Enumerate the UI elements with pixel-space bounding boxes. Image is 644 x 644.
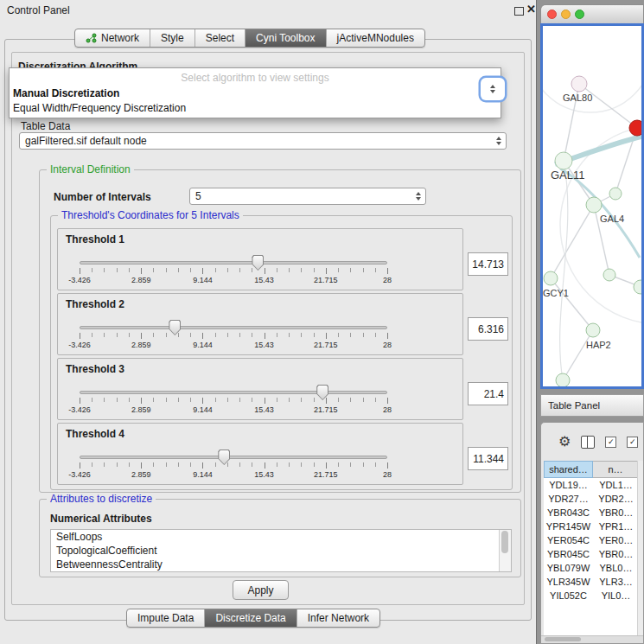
network-view-window: GAL80 GAL11 GAL4 GCY1 HAP2 <box>540 4 644 389</box>
tab-label: jActiveMNodules <box>337 32 414 44</box>
network-icon <box>86 33 97 43</box>
scrollbar-thumb[interactable] <box>501 531 508 553</box>
checkbox-icon[interactable]: ✓ <box>605 437 616 448</box>
threshold-row: Threshold 2 -3.426 2.859 9.144 15.43 21.… <box>57 293 508 354</box>
slider-handle[interactable] <box>169 320 181 335</box>
tick-label: 28 <box>383 341 392 349</box>
tab-cyni-toolbox[interactable]: Cyni Toolbox <box>245 29 326 47</box>
control-panel-window: Control Panel ✕ Network Style Select Cyn… <box>0 0 537 644</box>
algorithm-dropdown-popup: Select algorithm to view settings Manual… <box>9 67 501 118</box>
tick-label: 2.859 <box>131 470 151 479</box>
slider-handle[interactable] <box>316 385 328 400</box>
table-row[interactable]: YBR043CYBR0… <box>544 506 639 520</box>
tab-network[interactable]: Network <box>75 29 150 47</box>
tick-label: 9.144 <box>193 470 213 479</box>
float-window-icon[interactable] <box>514 7 524 16</box>
list-item[interactable]: TopologicalCoefficient <box>51 544 511 558</box>
spinner-down-icon <box>490 90 495 93</box>
zoom-traffic-light-icon[interactable] <box>575 10 584 19</box>
threshold-value-field[interactable]: 21.4 <box>468 382 508 405</box>
threshold-slider[interactable]: -3.426 2.859 9.144 15.43 21.715 28 <box>80 258 387 284</box>
tick-label: 9.144 <box>193 405 213 414</box>
table-horizontal-scrollbar[interactable] <box>541 635 643 643</box>
checkbox-icon[interactable]: ✓ <box>627 437 638 448</box>
tick-label: 2.859 <box>131 341 151 349</box>
threshold-value-field[interactable]: 6.316 <box>468 317 508 341</box>
tab-jactivemnodules[interactable]: jActiveMNodules <box>327 29 424 47</box>
numerical-attributes-label: Numerical Attributes <box>50 513 152 525</box>
threshold-slider[interactable]: -3.426 2.859 9.144 15.43 21.715 28 <box>80 322 387 348</box>
tab-label: Network <box>101 32 139 44</box>
scrollbar-thumb[interactable] <box>545 637 581 641</box>
table-data-label: Table Data <box>21 120 70 132</box>
slider-track[interactable] <box>80 326 387 329</box>
minimize-traffic-light-icon[interactable] <box>561 10 571 19</box>
algorithm-option-equal-width[interactable]: Equal Width/Frequency Discretization <box>13 102 186 114</box>
table-data-combo[interactable]: galFiltered.sif default node <box>19 132 507 150</box>
tab-discretize-data[interactable]: Discretize Data <box>205 609 296 627</box>
threshold-row: Threshold 1 -3.426 2.859 9.144 15.43 21.… <box>57 228 508 289</box>
threshold-coordinates-group: Threshold's Coordinates for 5 Intervals … <box>50 215 513 490</box>
tab-infer-network[interactable]: Infer Network <box>297 609 379 627</box>
table-row[interactable]: YBL079WYBL0… <box>544 561 639 575</box>
table-row[interactable]: YDR27…YDR2… <box>544 492 639 506</box>
interval-definition-group: Interval Definition Number of Intervals … <box>39 169 521 493</box>
threshold-label: Threshold 1 <box>66 233 124 245</box>
threshold-slider[interactable]: -3.426 2.859 9.144 15.43 21.715 28 <box>80 387 387 413</box>
tick-label: 28 <box>383 470 392 479</box>
network-canvas[interactable]: GAL80 GAL11 GAL4 GCY1 HAP2 <box>543 26 641 386</box>
close-icon[interactable]: ✕ <box>526 3 536 16</box>
tick-label: -3.426 <box>68 341 91 349</box>
tick-label: 15.43 <box>254 405 274 414</box>
table-panel-window: ⚙ ✓ ✓ shared… n… YDL19…YDL1… YDR27…YDR2…… <box>540 422 644 644</box>
table-row[interactable]: YPR145WYPR1… <box>544 520 639 533</box>
slider-track[interactable] <box>80 261 387 265</box>
threshold-value-field[interactable]: 11.344 <box>468 447 508 470</box>
attributes-group-title: Attributes to discretize <box>47 493 156 505</box>
slider-track[interactable] <box>80 391 387 394</box>
table-row[interactable]: YER054CYER0… <box>544 533 639 547</box>
table-row[interactable]: YDL19…YDL1… <box>544 478 639 492</box>
threshold-label: Threshold 2 <box>66 298 124 310</box>
tick-label: -3.426 <box>68 405 91 414</box>
node-label: GCY1 <box>543 288 569 298</box>
tab-label: Select <box>206 32 234 44</box>
attributes-scrollbar[interactable] <box>499 530 511 571</box>
threshold-value-field[interactable]: 14.713 <box>468 252 508 276</box>
threshold-slider[interactable]: -3.426 2.859 9.144 15.43 21.715 28 <box>80 452 387 478</box>
apply-button[interactable]: Apply <box>233 580 289 600</box>
algorithm-option-manual[interactable]: Manual Discretization <box>13 87 119 99</box>
tab-select[interactable]: Select <box>195 29 245 47</box>
table-row[interactable]: YIL052CYIL0… <box>544 589 639 603</box>
node-label: GAL11 <box>551 169 585 182</box>
table-row[interactable]: YLR345WYLR3… <box>544 575 639 589</box>
slider-handle[interactable] <box>252 255 264 271</box>
tab-style[interactable]: Style <box>150 29 195 47</box>
tab-impute-data[interactable]: Impute Data <box>127 609 205 627</box>
slider-handle[interactable] <box>218 450 230 465</box>
tab-label: Style <box>161 32 184 44</box>
slider-minor-ticks <box>80 398 387 402</box>
slider-track[interactable] <box>80 456 387 459</box>
tick-label: 2.859 <box>131 276 151 284</box>
network-window-titlebar[interactable] <box>540 4 644 23</box>
threshold-label: Threshold 4 <box>66 428 124 440</box>
node-label: HAP2 <box>586 340 611 350</box>
algorithm-combo-button[interactable] <box>481 78 505 100</box>
tick-label: -3.426 <box>68 276 91 284</box>
bottom-tab-bar: Impute Data Discretize Data Infer Networ… <box>126 609 380 628</box>
columns-icon[interactable] <box>581 436 595 449</box>
column-header-name[interactable]: n… <box>593 461 639 478</box>
num-intervals-combo[interactable]: 5 <box>189 188 426 205</box>
table-panel-header[interactable]: Table Panel <box>540 394 644 417</box>
table-row[interactable]: YBR045CYBR0… <box>544 547 639 561</box>
column-header-shared-name[interactable]: shared… <box>544 461 593 478</box>
slider-minor-ticks <box>80 333 387 337</box>
close-traffic-light-icon[interactable] <box>547 10 557 19</box>
list-item[interactable]: SelfLoops <box>51 530 511 544</box>
table-vertical-scrollbar[interactable] <box>637 461 643 636</box>
node-label: GAL80 <box>563 92 592 103</box>
list-item[interactable]: BetweennessCentrality <box>51 558 511 571</box>
tick-label: 21.715 <box>314 341 338 349</box>
gear-icon[interactable]: ⚙ <box>558 435 571 449</box>
